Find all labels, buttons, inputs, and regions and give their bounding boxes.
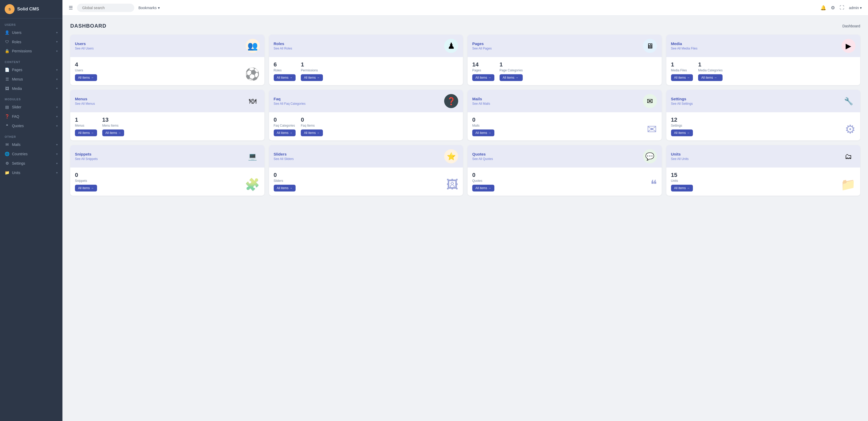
sidebar-item-settings[interactable]: ⚙ Settings ▾ bbox=[0, 159, 62, 168]
permissions-all-items-button[interactable]: All items → bbox=[301, 74, 323, 81]
sidebar-item-mails[interactable]: ✉ Mails ▾ bbox=[0, 140, 62, 149]
page-title: DASHBOARD bbox=[70, 23, 106, 29]
pages-all-items-button[interactable]: All items → bbox=[472, 74, 494, 81]
users-card-title: Users bbox=[75, 41, 94, 46]
quotes-see-all[interactable]: See All Quotes bbox=[472, 157, 493, 161]
snippets-label: Snippets bbox=[75, 179, 97, 183]
sidebar-item-countries[interactable]: 🌐 Countries ▾ bbox=[0, 149, 62, 159]
media-categories-all-items-button[interactable]: All items → bbox=[698, 74, 722, 81]
faq-categories-label: Faq Categories bbox=[274, 124, 296, 128]
sidebar-item-quotes[interactable]: ❝ Quotes ▾ bbox=[0, 121, 62, 131]
hamburger-icon[interactable]: ☰ bbox=[69, 5, 73, 11]
media-files-all-items-button[interactable]: All items → bbox=[671, 74, 693, 81]
faq-see-all[interactable]: See All Faq Categories bbox=[274, 102, 306, 106]
settings-count: 12 bbox=[671, 116, 693, 123]
faq-items-count: 0 bbox=[301, 116, 323, 123]
menus-all-items-button[interactable]: All items → bbox=[75, 130, 97, 136]
sidebar-item-faq[interactable]: ❓ FAQ ▾ bbox=[0, 112, 62, 121]
snippets-card-body: 0 Snippets All items → 🧩 bbox=[70, 168, 265, 196]
global-search-input[interactable] bbox=[77, 4, 134, 12]
units-card-title: Units bbox=[671, 152, 689, 156]
mails-see-all[interactable]: See All Mails bbox=[472, 102, 490, 106]
sidebar-label-countries: Countries bbox=[12, 152, 28, 156]
sidebar-item-permissions[interactable]: 🔒 Permissions ▾ bbox=[0, 46, 62, 56]
users-body-icon: ⚽ bbox=[245, 67, 260, 81]
sidebar-label-slider: Slider bbox=[12, 105, 21, 109]
quotes-card-header: Quotes See All Quotes 💬 bbox=[468, 145, 662, 168]
sidebar-item-slider[interactable]: ▤ Slider ▾ bbox=[0, 103, 62, 112]
sidebar-item-users[interactable]: 👤 Users ▾ bbox=[0, 28, 62, 37]
quotes-all-items-button[interactable]: All items → bbox=[472, 185, 494, 192]
faq-card-header: Faq See All Faq Categories ❓ bbox=[269, 90, 463, 112]
users-count: 4 bbox=[75, 61, 97, 68]
gear-icon[interactable]: ⚙ bbox=[831, 5, 835, 11]
quotes-icon: ❝ bbox=[5, 123, 9, 128]
sidebar-label-permissions: Permissions bbox=[12, 49, 32, 53]
sidebar: S Solid CMS USERS 👤 Users ▾ 🛡 Roles ▾ 🔒 … bbox=[0, 0, 62, 421]
roles-all-items-button[interactable]: All items → bbox=[274, 74, 296, 81]
notification-icon[interactable]: 🔔 bbox=[820, 5, 826, 11]
page-categories-count: 1 bbox=[500, 61, 523, 68]
faq-categories-count: 0 bbox=[274, 116, 296, 123]
settings-card-icon: 🔧 bbox=[841, 94, 856, 108]
sidebar-item-menus[interactable]: ☰ Menus ▾ bbox=[0, 75, 62, 84]
settings-all-items-button[interactable]: All items → bbox=[671, 130, 693, 136]
sliders-label: Sliders bbox=[274, 179, 296, 183]
mails-all-items-button[interactable]: All items → bbox=[472, 130, 494, 136]
faq-items-all-items-button[interactable]: All items → bbox=[301, 130, 323, 136]
media-see-all[interactable]: See All Media Files bbox=[671, 47, 698, 50]
units-all-items-button[interactable]: All items → bbox=[671, 185, 693, 192]
snippets-see-all[interactable]: See All Snippets bbox=[75, 157, 98, 161]
media-card: Media See All Media Files ▶ 1 Media File… bbox=[666, 35, 861, 85]
fullscreen-icon[interactable]: ⛶ bbox=[840, 5, 844, 10]
snippets-all-items-button[interactable]: All items → bbox=[75, 185, 97, 192]
users-all-items-button[interactable]: All items → bbox=[75, 74, 97, 81]
page-categories-all-items-button[interactable]: All items → bbox=[500, 74, 523, 81]
units-count: 15 bbox=[671, 172, 693, 178]
quotes-stat: 0 Quotes All items → bbox=[472, 172, 494, 192]
topbar: ☰ Bookmarks ▾ 🔔 ⚙ ⛶ admin ▾ bbox=[62, 0, 868, 16]
sidebar-logo[interactable]: S Solid CMS bbox=[0, 0, 62, 19]
faq-categories-all-items-button[interactable]: All items → bbox=[274, 130, 296, 136]
faq-categories-stat: 0 Faq Categories All items → bbox=[274, 116, 296, 136]
menu-items-all-items-button[interactable]: All items → bbox=[102, 130, 124, 136]
roles-card-title: Roles bbox=[274, 41, 292, 46]
menus-see-all[interactable]: See All Menus bbox=[75, 102, 95, 106]
chevron-media: ▾ bbox=[56, 87, 58, 90]
media-card-title: Media bbox=[671, 41, 698, 46]
quotes-label: Quotes bbox=[472, 179, 494, 183]
chevron-users: ▾ bbox=[56, 31, 58, 34]
sidebar-item-media[interactable]: 🖼 Media ▾ bbox=[0, 84, 62, 93]
settings-card: Settings See All Settings 🔧 12 Settings … bbox=[666, 90, 861, 140]
mails-stat: 0 Mails All items → bbox=[472, 116, 494, 136]
users-card-header: Users See All Users 👥 bbox=[70, 35, 265, 57]
bookmarks-button[interactable]: Bookmarks ▾ bbox=[138, 6, 160, 10]
sidebar-item-pages[interactable]: 📄 Pages ▾ bbox=[0, 65, 62, 75]
sidebar-label-units: Units bbox=[12, 171, 20, 175]
sidebar-item-units[interactable]: 📁 Units ▾ bbox=[0, 168, 62, 177]
main-area: ☰ Bookmarks ▾ 🔔 ⚙ ⛶ admin ▾ DASHBOARD Da… bbox=[62, 0, 868, 421]
settings-card-body: 12 Settings All items → ⚙ bbox=[666, 112, 861, 140]
sliders-see-all[interactable]: See All Sliders bbox=[274, 157, 294, 161]
units-label: Units bbox=[671, 179, 693, 183]
permissions-icon: 🔒 bbox=[5, 49, 9, 53]
sidebar-label-users: Users bbox=[12, 30, 22, 35]
content-area: DASHBOARD Dashboard Users See All Users … bbox=[62, 16, 868, 421]
sliders-card-title: Sliders bbox=[274, 152, 294, 156]
pages-see-all[interactable]: See All Pages bbox=[472, 47, 492, 50]
media-card-body: 1 Media Files All items → 1 Media Catego… bbox=[666, 57, 861, 85]
sidebar-item-roles[interactable]: 🛡 Roles ▾ bbox=[0, 37, 62, 46]
settings-see-all[interactable]: See All Settings bbox=[671, 102, 693, 106]
roles-see-all[interactable]: See All Roles bbox=[274, 47, 292, 50]
admin-button[interactable]: admin ▾ bbox=[849, 6, 862, 10]
roles-stat: 6 Roles All items → bbox=[274, 61, 296, 81]
users-see-all[interactable]: See All Users bbox=[75, 47, 94, 50]
users-label: Users bbox=[75, 68, 97, 72]
users-card-body: 4 Users All items → ⚽ bbox=[70, 57, 265, 85]
units-see-all[interactable]: See All Units bbox=[671, 157, 689, 161]
chevron-faq: ▾ bbox=[56, 115, 58, 118]
countries-icon: 🌐 bbox=[5, 151, 9, 156]
pages-card-icon: 🖥 bbox=[643, 39, 657, 53]
sliders-all-items-button[interactable]: All items → bbox=[274, 185, 296, 192]
sidebar-label-faq: FAQ bbox=[12, 114, 19, 118]
